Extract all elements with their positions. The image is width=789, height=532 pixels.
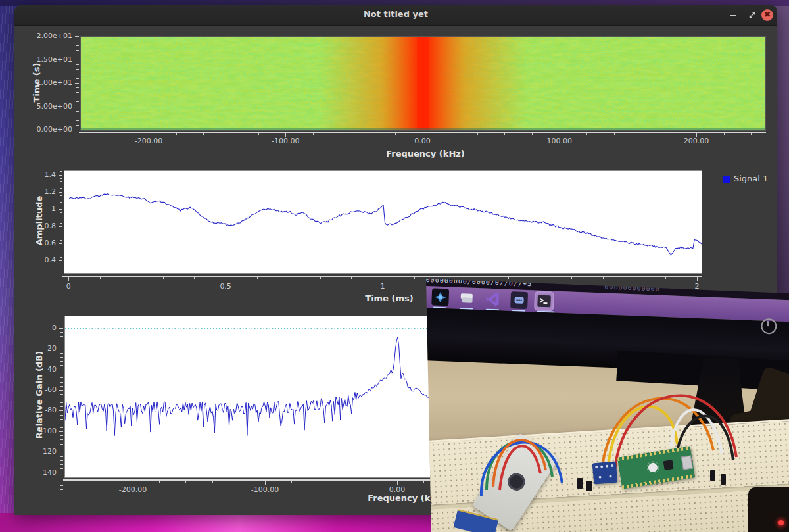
y-minor-tick bbox=[60, 237, 62, 237]
y-minor-tick bbox=[60, 382, 63, 383]
spectrogram-plot[interactable] bbox=[80, 36, 766, 131]
terminal-icon bbox=[535, 293, 553, 310]
x-minor-tick bbox=[586, 133, 587, 135]
red-led bbox=[778, 520, 784, 525]
y-minor-tick bbox=[60, 419, 63, 420]
x-minor-tick bbox=[239, 481, 239, 483]
y-minor-tick bbox=[60, 336, 63, 337]
y-tick bbox=[59, 243, 62, 244]
x-minor-tick bbox=[100, 277, 101, 279]
x-minor-tick bbox=[132, 277, 132, 279]
y-minor-tick bbox=[60, 415, 63, 416]
x-minor-tick bbox=[289, 277, 289, 279]
y-minor-tick bbox=[76, 92, 79, 93]
y-minor-tick bbox=[76, 116, 79, 116]
y-tick-label: 0.00e+00 bbox=[29, 125, 72, 133]
x-minor-tick bbox=[423, 481, 424, 483]
legend-label: Signal 1 bbox=[734, 174, 768, 183]
minimize-button[interactable] bbox=[727, 9, 739, 21]
x-minor-tick bbox=[185, 481, 186, 483]
x-tick bbox=[226, 277, 226, 281]
x-minor-tick bbox=[341, 133, 341, 135]
y-minor-tick bbox=[60, 464, 63, 465]
y-tick bbox=[59, 390, 63, 391]
y-minor-tick bbox=[76, 55, 79, 55]
restore-icon bbox=[746, 9, 758, 21]
y-minor-tick bbox=[60, 399, 63, 399]
x-minor-tick bbox=[603, 277, 604, 279]
y-tick bbox=[59, 209, 62, 210]
y-tick bbox=[59, 175, 62, 176]
y-tick bbox=[59, 192, 62, 193]
x-minor-tick bbox=[194, 277, 195, 279]
y-tick-label: 0.8 bbox=[12, 222, 56, 230]
y-minor-tick bbox=[76, 97, 79, 97]
y-tick-label: -120 bbox=[13, 447, 57, 456]
x-minor-tick bbox=[571, 277, 572, 279]
header-pins bbox=[721, 474, 726, 485]
x-tick bbox=[68, 277, 69, 281]
window-title: Not titled yet bbox=[14, 9, 777, 19]
y-tick bbox=[59, 328, 63, 329]
x-minor-tick bbox=[669, 133, 669, 135]
y-minor-tick bbox=[60, 254, 62, 254]
y-minor-tick bbox=[60, 171, 62, 172]
y-tick bbox=[59, 410, 63, 411]
y-minor-tick bbox=[76, 69, 79, 70]
x-minor-tick bbox=[203, 133, 204, 135]
y-minor-tick bbox=[60, 188, 62, 189]
y-minor-tick bbox=[60, 178, 62, 179]
x-minor-tick bbox=[163, 277, 164, 279]
y-minor-tick bbox=[60, 332, 63, 333]
y-tick-label: -20 bbox=[13, 344, 57, 352]
restore-button[interactable] bbox=[746, 9, 758, 21]
y-minor-tick bbox=[60, 361, 63, 362]
y-minor-tick bbox=[60, 394, 63, 395]
y-minor-tick bbox=[60, 199, 62, 199]
y-minor-tick bbox=[60, 374, 63, 374]
legend-swatch bbox=[723, 176, 730, 183]
pico-usb-port bbox=[681, 456, 693, 470]
x-tick-label: -100.00 bbox=[242, 485, 288, 494]
y-tick-label: -60 bbox=[13, 385, 57, 394]
y-minor-tick bbox=[60, 456, 63, 457]
x-tick-label: -100.00 bbox=[262, 137, 308, 145]
y-minor-tick bbox=[60, 240, 62, 241]
x-tick-label: 200.00 bbox=[673, 137, 719, 145]
window-titlebar[interactable]: Not titled yet ✖ bbox=[14, 5, 777, 26]
y-tick-label: -80 bbox=[13, 406, 57, 414]
y-minor-tick bbox=[60, 257, 62, 258]
visual-studio-icon bbox=[484, 291, 502, 308]
x-tick bbox=[397, 481, 398, 485]
y-minor-tick bbox=[60, 251, 62, 251]
y-minor-tick bbox=[60, 481, 63, 481]
x-minor-tick bbox=[371, 481, 371, 483]
y-minor-tick bbox=[60, 485, 63, 486]
x-minor-tick bbox=[395, 133, 396, 135]
y-minor-tick bbox=[60, 406, 63, 407]
spectrogram-xlabel: Frequency (kHz) bbox=[370, 149, 481, 158]
x-tick bbox=[383, 277, 383, 281]
y-minor-tick bbox=[60, 247, 62, 247]
y-tick-label: 0.4 bbox=[12, 256, 56, 264]
x-minor-tick bbox=[477, 133, 478, 135]
x-minor-tick bbox=[313, 133, 314, 135]
close-button[interactable]: ✖ bbox=[761, 9, 773, 21]
y-minor-tick bbox=[60, 386, 63, 387]
x-tick-label: -200.00 bbox=[110, 485, 156, 494]
y-tick bbox=[59, 473, 63, 473]
x-minor-tick bbox=[614, 133, 615, 135]
y-minor-tick bbox=[60, 233, 62, 233]
header-pins bbox=[710, 470, 715, 481]
y-minor-tick bbox=[60, 195, 62, 196]
amplitude-plot[interactable] bbox=[64, 170, 702, 274]
x-minor-tick bbox=[368, 133, 368, 135]
x-minor-tick bbox=[258, 133, 259, 135]
y-minor-tick bbox=[76, 74, 79, 74]
y-minor-tick bbox=[60, 185, 62, 185]
y-minor-tick bbox=[60, 181, 62, 182]
x-tick bbox=[540, 277, 540, 281]
x-minor-tick bbox=[634, 277, 634, 279]
header-pins bbox=[586, 481, 592, 491]
y-tick-label: -100 bbox=[13, 427, 57, 435]
